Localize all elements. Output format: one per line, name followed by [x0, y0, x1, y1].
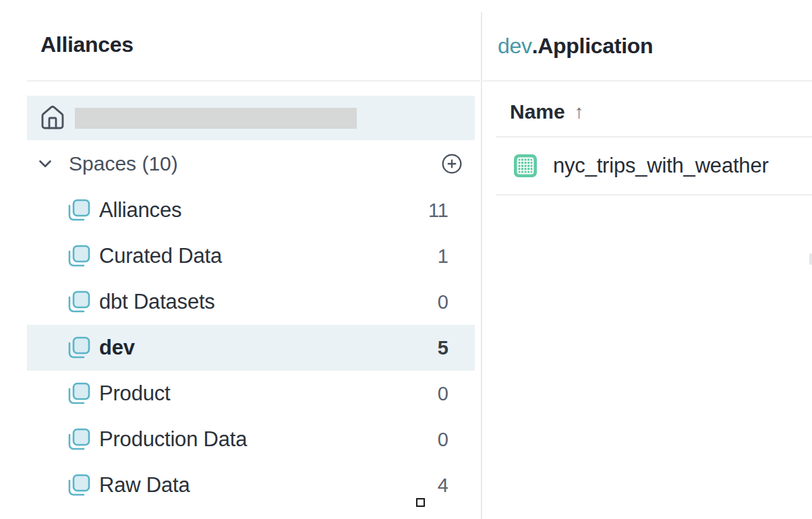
sidebar-item-dbt-datasets[interactable]: dbt Datasets 0: [27, 279, 475, 325]
space-layers-icon: [67, 474, 90, 497]
dataset-row[interactable]: nyc_trips_with_weather: [514, 139, 812, 193]
table-grid-icon: [514, 154, 537, 177]
space-layers-icon: [67, 245, 90, 268]
sidebar-item-raw-data[interactable]: Raw Data 4: [27, 462, 475, 508]
cursor-artifact: [416, 498, 425, 507]
schema-name: dev: [498, 34, 532, 58]
space-label: Curated Data: [99, 244, 222, 268]
space-label: Raw Data: [99, 473, 190, 497]
space-count: 5: [422, 337, 448, 359]
space-label: Production Data: [99, 427, 247, 452]
space-list: Alliances 11 Curated Data 1 dbt Datasets…: [27, 187, 475, 508]
plus-circle-icon: [441, 153, 463, 175]
space-count: 1: [422, 245, 448, 268]
home-icon: [39, 104, 66, 131]
home-row[interactable]: [27, 96, 475, 140]
row-divider: [496, 136, 812, 138]
panel-divider: [481, 12, 482, 519]
row-divider: [496, 194, 812, 195]
name-header-label: Name: [510, 100, 565, 123]
chevron-down-icon[interactable]: [35, 154, 55, 174]
sidebar-header-divider: [27, 80, 480, 82]
space-layers-icon: [67, 336, 90, 359]
space-count: 4: [422, 475, 448, 497]
table-title: .Application: [532, 34, 654, 58]
home-label-redacted: [75, 108, 357, 129]
space-layers-icon: [67, 291, 90, 313]
sidebar-item-curated-data[interactable]: Curated Data 1: [27, 233, 475, 279]
spaces-section-label: Spaces (10): [69, 152, 178, 175]
space-count: 0: [422, 383, 448, 405]
sidebar-item-production-data[interactable]: Production Data 0: [27, 417, 475, 462]
sidebar-item-dev[interactable]: dev 5: [27, 325, 475, 371]
space-layers-icon: [67, 428, 90, 451]
add-space-button[interactable]: [441, 153, 463, 175]
name-column-header[interactable]: Name ↑: [510, 98, 584, 125]
space-label: dev: [99, 336, 135, 360]
main-header-divider: [483, 80, 812, 82]
spaces-section-header[interactable]: Spaces (10): [27, 150, 475, 178]
sidebar-item-product[interactable]: Product 0: [27, 371, 475, 417]
space-count: 0: [422, 429, 448, 451]
sidebar-item-alliances[interactable]: Alliances 11: [27, 187, 475, 233]
space-label: Product: [99, 381, 170, 406]
space-count: 0: [422, 291, 448, 313]
space-label: dbt Datasets: [99, 290, 215, 314]
space-label: Alliances: [99, 198, 181, 222]
sidebar-title: Alliances: [40, 32, 134, 57]
space-layers-icon: [67, 199, 90, 222]
sort-ascending-icon[interactable]: ↑: [575, 101, 584, 123]
page-title: dev.Application: [498, 34, 653, 59]
space-count: 11: [422, 200, 448, 222]
dataset-name: nyc_trips_with_weather: [553, 154, 769, 178]
scrollbar-sliver[interactable]: [809, 253, 812, 265]
space-layers-icon: [67, 382, 90, 405]
